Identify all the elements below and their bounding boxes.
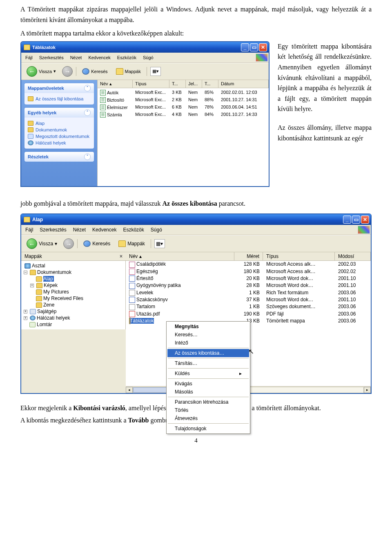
expand-icon[interactable]: + xyxy=(24,310,27,313)
expand-icon[interactable]: + xyxy=(24,316,27,320)
menu-file[interactable]: Fájl xyxy=(22,226,36,233)
tree-alap[interactable]: Alap xyxy=(36,276,124,282)
context-menu-item[interactable]: Megnyitás xyxy=(167,322,249,331)
desktop-icon xyxy=(24,263,31,269)
column-headers[interactable]: Név ▴ Típus T... Jel... T... Dátum xyxy=(98,80,269,88)
menu-favorites[interactable]: Kedvencek xyxy=(89,226,120,233)
view-selector-button[interactable]: ▦▾ xyxy=(150,67,161,76)
menu-tools[interactable]: Eszközök xyxy=(120,226,147,233)
folder-tree[interactable]: Asztal −Dokumentumok Alap +Képek My Pict… xyxy=(21,261,126,329)
chevron-up-icon: ˆ xyxy=(84,109,91,116)
context-menu[interactable]: MegnyitásKeresés…IntézőAz összes kibontá… xyxy=(166,321,250,434)
paragraph-2: A tömörített mappa tartalma ekkor a köve… xyxy=(20,28,372,39)
context-menu-item[interactable]: Törlés xyxy=(167,406,249,414)
menu-view[interactable]: Nézet xyxy=(67,54,85,61)
tree-zene[interactable]: Zene xyxy=(36,302,124,308)
table-row[interactable]: Utazás.pdf190 KBPDF fájl2003.06 xyxy=(126,311,371,318)
tree-desktop[interactable]: Asztal xyxy=(24,262,124,269)
column-headers[interactable]: Név ▴ Méret Típus Módosí xyxy=(126,252,371,261)
context-menu-item[interactable]: Másolás xyxy=(167,388,249,396)
col-type[interactable]: Típus xyxy=(263,252,335,260)
table-row[interactable]: Levelek1 KBRich Text formátum2003.06 xyxy=(126,289,371,296)
col-date[interactable]: Dátum xyxy=(218,80,269,88)
table-row[interactable]: Egészség180 KBMicrosoft Access alk…2002.… xyxy=(126,268,371,275)
maximize-button[interactable]: ▭ xyxy=(250,43,258,51)
table-row[interactable]: Tartalom1 KBSzöveges dokument…2003.06 xyxy=(126,303,371,310)
menu-file[interactable]: Fájl xyxy=(22,54,36,61)
tree-halozat[interactable]: +Hálózati helyek xyxy=(29,315,124,321)
search-button[interactable]: Keresés xyxy=(81,240,113,248)
place-alap[interactable]: Alap xyxy=(28,120,91,127)
close-panel-button[interactable]: × xyxy=(120,253,122,259)
minimize-button[interactable]: _ xyxy=(241,43,249,51)
menu-favorites[interactable]: Kedvencek xyxy=(85,54,114,61)
context-menu-item[interactable]: Társítás… xyxy=(167,359,249,367)
col-name[interactable]: Név ▴ xyxy=(98,80,133,88)
menu-separator xyxy=(168,368,249,369)
back-button[interactable]: ←Vissza ▾ xyxy=(24,237,60,250)
tree-documents[interactable]: −Dokumentumok xyxy=(29,269,124,276)
menu-edit[interactable]: Szerkesztés xyxy=(36,226,69,233)
col-name[interactable]: Név ▴ xyxy=(126,252,234,260)
folders-button[interactable]: Mappák xyxy=(116,240,147,248)
col-type[interactable]: Típus xyxy=(133,80,169,88)
view-selector-button[interactable]: ▦▾ xyxy=(154,239,165,248)
separator xyxy=(151,239,151,248)
col-modified[interactable]: Módosí xyxy=(335,252,371,260)
table-row[interactable]: Értesítő20 KBMicrosoft Word dok…2001.10 xyxy=(126,275,371,282)
scroll-right-button[interactable]: ▸ xyxy=(364,387,371,393)
table-row[interactable]: SzámlaMicrosoft Exc...4 KBNem84%2001.10.… xyxy=(98,111,269,118)
col-size[interactable]: Méret xyxy=(234,252,263,260)
titlebar[interactable]: Táblázatok _ ▭ ✕ xyxy=(21,42,269,53)
place-halozati-helyek[interactable]: Hálózati helyek xyxy=(28,140,91,146)
table-row[interactable]: ÉlelmiszerMicrosoft Exc...6 KBNem78%2003… xyxy=(98,104,269,111)
tree-kepek[interactable]: +Képek xyxy=(36,282,124,289)
menu-edit[interactable]: Szerkesztés xyxy=(36,54,67,61)
back-button[interactable]: ←Vissza ▾ xyxy=(24,65,59,78)
context-menu-item[interactable]: Küldés▸ xyxy=(167,369,249,378)
menu-view[interactable]: Nézet xyxy=(70,226,89,233)
task-extract-all[interactable]: Az összes fájl kibontása xyxy=(28,96,91,102)
close-button[interactable]: ✕ xyxy=(259,43,267,51)
minimize-button[interactable]: _ xyxy=(343,216,351,224)
folder-open-icon xyxy=(36,276,42,282)
tree-lomtar[interactable]: Lomtár xyxy=(29,321,124,328)
context-menu-item[interactable]: Az összes kibontása… xyxy=(167,349,249,357)
collapse-icon[interactable]: − xyxy=(24,271,27,274)
forward-button[interactable]: → xyxy=(62,66,73,77)
forward-button[interactable]: → xyxy=(63,238,74,249)
tree-myreceived[interactable]: My Received Files xyxy=(36,295,124,302)
search-button[interactable]: Keresés xyxy=(80,67,110,76)
panel-header[interactable]: Egyéb helyekˆ xyxy=(24,108,94,118)
menu-help[interactable]: Súgó xyxy=(140,54,157,61)
expand-icon[interactable]: + xyxy=(30,284,34,287)
menu-tools[interactable]: Eszközök xyxy=(114,54,140,61)
close-button[interactable]: ✕ xyxy=(361,216,369,224)
place-shared-docs[interactable]: Megosztott dokumentumok xyxy=(28,133,91,140)
table-row[interactable]: BiztosítóMicrosoft Exc...2 KBNem88%2001.… xyxy=(98,96,269,104)
menu-help[interactable]: Súgó xyxy=(147,226,165,233)
col-password[interactable]: Jel... xyxy=(186,80,202,88)
maximize-button[interactable]: ▭ xyxy=(352,216,360,224)
panel-header[interactable]: Mappaműveletekˆ xyxy=(24,83,94,93)
context-menu-item[interactable]: Parancsikon létrehozása xyxy=(167,398,249,406)
table-row[interactable]: Szakácskönyv37 KBMicrosoft Word dok…2001… xyxy=(126,296,371,303)
titlebar[interactable]: Alap _ ▭ ✕ xyxy=(21,214,371,225)
tree-mypictures[interactable]: My Pictures xyxy=(36,289,124,295)
table-row[interactable]: Gyógynövény patika28 KBMicrosoft Word do… xyxy=(126,282,371,289)
table-row[interactable]: Családipótlék128 KBMicrosoft Access alk…… xyxy=(126,261,371,268)
context-menu-item[interactable]: Átnevezés xyxy=(167,414,249,422)
scroll-left-button[interactable]: ◂ xyxy=(126,387,133,393)
context-menu-item[interactable]: Keresés… xyxy=(167,331,249,339)
folder-icon xyxy=(36,296,42,301)
folders-button[interactable]: Mappák xyxy=(114,67,143,76)
context-menu-item[interactable]: Tulajdonságok xyxy=(167,424,249,433)
context-menu-item[interactable]: Intéző xyxy=(167,339,249,347)
col-size[interactable]: T... xyxy=(169,80,186,88)
context-menu-item[interactable]: Kivágás xyxy=(167,380,249,388)
place-dokumentumok[interactable]: Dokumentumok xyxy=(28,127,91,133)
tree-sajatgep[interactable]: +Sajátgép xyxy=(29,308,124,315)
table-row[interactable]: AutókMicrosoft Exc...3 KBNem85%2002.02.0… xyxy=(98,89,269,96)
panel-header[interactable]: Részletekˇ xyxy=(24,152,94,162)
col-ratio[interactable]: T... xyxy=(202,80,218,88)
